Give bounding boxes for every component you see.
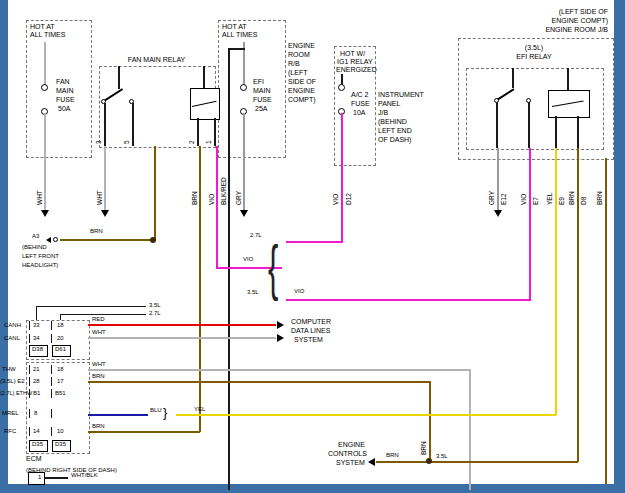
pin-tick xyxy=(29,365,30,374)
a3-connector-terminal-icon xyxy=(53,237,58,242)
vio-wire-relay xyxy=(216,146,218,268)
wire-color-label: BRN xyxy=(568,191,576,205)
ecm-pin-number: 18 xyxy=(57,366,64,373)
variant-brace: { xyxy=(268,236,278,298)
connector-id: D35 xyxy=(32,441,43,448)
pin-tick xyxy=(29,334,30,343)
pin-tick xyxy=(51,427,52,436)
variant-elbow-27l xyxy=(60,314,146,315)
ecm-pin-number: 17 xyxy=(57,378,64,385)
computer-data-lines-label: COMPUTER xyxy=(291,318,331,326)
wire-pin-label: D12 xyxy=(345,193,353,205)
efi-relay-coil-pin xyxy=(555,116,557,148)
ecm-pin-number: B51 xyxy=(55,390,66,397)
a3-connector-label: A3 xyxy=(32,233,39,240)
hot-at-all-times-1: HOT AT xyxy=(30,23,55,31)
ecm-pin-number: 34 xyxy=(33,335,40,342)
window-border-right xyxy=(614,0,625,493)
variant-elbow-35l xyxy=(36,306,37,320)
engine-room-rb-label: ROOM xyxy=(288,51,310,59)
brn-wire-fan-relay xyxy=(199,146,201,432)
wire-color-label: BRN xyxy=(191,191,199,205)
pin-tick xyxy=(29,389,30,398)
variant-label-27l: 2.7L xyxy=(250,232,262,239)
wire-color-label: WHT xyxy=(92,361,106,368)
wire-color-label: VIO xyxy=(520,194,528,205)
engine-room-rb-label: COMPT) xyxy=(288,96,316,104)
wire-color-label: RED xyxy=(92,316,105,323)
system-arrow xyxy=(277,321,284,329)
pin-tick xyxy=(29,427,30,436)
ecm-pin-number: 18 xyxy=(57,322,64,329)
ecm-pin-label-canh: CANH xyxy=(4,322,21,329)
ecm-pin-number: 28 xyxy=(33,378,40,385)
blkred-wire xyxy=(228,48,230,490)
wire-color-label: WHT xyxy=(96,190,104,205)
splice-dot xyxy=(426,458,432,464)
vio-wire-27l-branch xyxy=(286,241,343,243)
wht-wire-canl xyxy=(88,337,276,339)
efi-fuse-label: FUSE xyxy=(253,96,272,104)
fuse-terminal-icon xyxy=(338,84,345,91)
ecm-pin-number: 21 xyxy=(33,366,40,373)
fan-fuse-label: MAIN xyxy=(56,87,74,95)
red-wire-canh xyxy=(88,324,276,326)
efi-relay-title: EFI RELAY xyxy=(504,53,564,61)
ac-fuse-rating: 10A xyxy=(353,109,365,117)
blu-wire-mrel xyxy=(88,414,148,416)
instrument-panel-jb-label: OF DASH) xyxy=(378,136,411,144)
pin-tick xyxy=(51,389,52,398)
window-border-bottom xyxy=(0,484,625,493)
wiring-diagram-canvas: HOT AT ALL TIMES FAN MAIN FUSE 50A FAN M… xyxy=(0,0,625,493)
variant-label-35l: 3.5L xyxy=(436,453,448,460)
wire-color-label: YEL xyxy=(194,406,205,413)
ecm-pin-number: 8 xyxy=(34,410,37,417)
connector-id: D35 xyxy=(55,441,66,448)
pin-tick xyxy=(29,409,30,418)
efi-relay-pin-stub xyxy=(528,102,530,148)
hot-ig1-label: ENERGIZED xyxy=(336,66,377,74)
wire-pin-label: D8 xyxy=(580,197,588,205)
window-border-left xyxy=(0,0,8,493)
engine-room-rb-label: SIDE OF xyxy=(288,78,316,86)
fan-main-relay-title: FAN MAIN RELAY xyxy=(99,56,214,64)
splice-dot xyxy=(150,237,156,243)
engine-room-rb-label: (LEFT xyxy=(288,69,307,77)
system-arrow xyxy=(277,334,284,342)
a3-location-label: (BEHIND xyxy=(22,244,47,251)
pin-tick xyxy=(51,334,52,343)
pin-tick xyxy=(51,377,52,386)
efi-relay-coil-pin xyxy=(577,116,579,148)
efi-relay-coil-feed xyxy=(567,68,569,90)
pin1-wire xyxy=(44,477,68,479)
fuse-terminal-icon xyxy=(41,84,48,91)
ecm-pin-label-rfc: RFC xyxy=(4,428,16,435)
pin-tick xyxy=(51,409,52,418)
ecm-pin-number: 33 xyxy=(33,322,40,329)
relay-pin-number: 1 xyxy=(205,140,213,144)
instrument-panel-jb-label: J/B xyxy=(378,109,388,117)
wht-wire-thw-down xyxy=(469,369,471,490)
gry-wire-efi-fuse-out xyxy=(243,113,245,210)
relay-pin-number: 2 xyxy=(188,140,196,144)
relay-pin5-stub xyxy=(132,103,134,146)
brn-wire-a3-branch xyxy=(154,146,156,240)
a3-wire-color-label: BRN xyxy=(90,228,103,235)
ecm-variant-35l: 3.5L xyxy=(149,302,161,309)
hot-at-all-times-2b: ALL TIMES xyxy=(222,31,257,39)
a3-location-label: HEADLIGHT) xyxy=(22,262,58,269)
wire-color-label: VIO xyxy=(208,194,216,205)
system-arrow xyxy=(368,458,375,466)
engine-room-jb-location: (LEFT SIDE OF xyxy=(524,8,608,16)
engine-room-rb-label: ENGINE xyxy=(288,42,315,50)
pin-tick xyxy=(29,321,30,330)
fan-fuse-rating: 50A xyxy=(58,105,70,113)
vio-wire-35l-branch xyxy=(286,299,531,301)
pin-tick xyxy=(51,321,52,330)
brn-wire-rfc xyxy=(88,431,200,433)
efi-fuse-label: EFI xyxy=(253,78,264,86)
instrument-panel-jb-label: LEFT END xyxy=(378,127,412,135)
wire-color-label: GRY xyxy=(488,191,496,205)
wire-color-label: WHT/BLK xyxy=(71,472,98,479)
engine-room-rb-label: R/B xyxy=(288,60,300,68)
